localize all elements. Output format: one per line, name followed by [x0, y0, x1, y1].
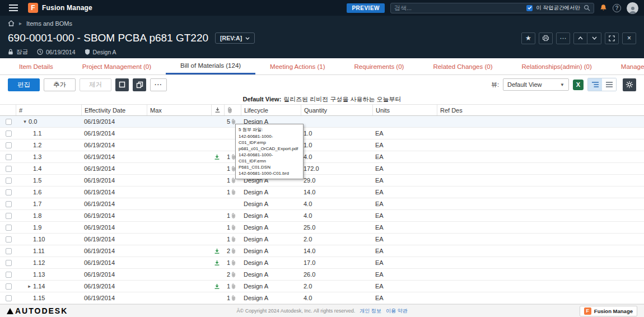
tab-managed-items-0-[interactable]: Managed Items (0)	[606, 58, 644, 74]
view-select[interactable]: Default View ▼	[503, 78, 569, 91]
next-item-button[interactable]	[587, 32, 601, 44]
table-row[interactable]: 1.106/19/2014Design A1.0EA	[0, 128, 644, 139]
tab-item-details[interactable]: Item Details	[4, 58, 68, 74]
row-checkbox[interactable]	[6, 119, 12, 125]
remove-button[interactable]: 제거	[80, 78, 111, 91]
tab-label: Managed Items (0)	[621, 63, 644, 70]
export-excel-button[interactable]: X	[573, 80, 584, 90]
download-icon	[214, 107, 221, 113]
cell-download[interactable]	[211, 248, 224, 254]
add-button[interactable]: 추가	[44, 78, 76, 91]
table-row[interactable]: 1.1306/19/20142Design A26.0EA	[0, 269, 644, 281]
column-header-max[interactable]: Max	[147, 105, 211, 115]
column-header-lifecycle[interactable]: Lifecycle	[241, 105, 301, 115]
breadcrumb-item-workspace[interactable]: Items and BOMs	[26, 20, 72, 27]
table-row[interactable]: 1.406/19/20141Design A172.0EA	[0, 163, 644, 175]
row-checkbox[interactable]	[6, 189, 12, 195]
row-checkbox[interactable]	[6, 178, 12, 184]
bookmark-button[interactable]: ★	[521, 32, 535, 44]
table-row[interactable]: 1.206/19/2014Design A1.0EA	[0, 139, 644, 151]
row-checkbox[interactable]	[6, 248, 12, 254]
more-actions-button[interactable]: ···	[556, 32, 570, 44]
expand-row-icon[interactable]: ▸	[26, 283, 33, 289]
menu-icon[interactable]	[9, 4, 18, 11]
cell-attachments[interactable]: 1	[224, 212, 241, 219]
previous-item-button[interactable]	[573, 32, 587, 44]
cell-attachments[interactable]: 2	[224, 248, 241, 254]
collapse-row-icon[interactable]: ▾	[21, 119, 29, 124]
cell-attachments[interactable]: 1	[224, 236, 241, 243]
search-icon[interactable]	[584, 4, 590, 11]
open-item-button[interactable]	[115, 78, 129, 91]
flat-view-toggle[interactable]	[602, 78, 616, 91]
revision-dropdown[interactable]: [REV:A]	[215, 32, 255, 44]
user-avatar[interactable]	[627, 2, 638, 14]
cell-attachments[interactable]: 1	[224, 259, 241, 266]
duplicate-button[interactable]	[133, 78, 146, 91]
table-row[interactable]: 1.1106/19/20142Design A14.0EA	[0, 245, 644, 257]
search-input[interactable]	[394, 4, 523, 11]
notifications-bell-icon[interactable]	[600, 4, 607, 12]
table-row[interactable]: 1.1506/19/20141Design A4.0EA	[0, 292, 644, 304]
cell-download[interactable]	[211, 260, 224, 266]
workspace-only-checkbox[interactable]	[526, 5, 533, 11]
terms-link[interactable]: 이용 약관	[386, 307, 408, 315]
tab-relationships-admin-0-[interactable]: Relationships(admin) (0)	[507, 58, 606, 74]
close-button[interactable]: ×	[622, 32, 636, 44]
row-checkbox[interactable]	[6, 166, 12, 172]
row-checkbox[interactable]	[6, 225, 12, 231]
table-row[interactable]: 1.506/19/20141Design A29.0EA	[0, 175, 644, 187]
row-checkbox[interactable]	[6, 236, 12, 243]
settings-button[interactable]	[623, 78, 636, 91]
cell-lifecycle: Design A	[241, 259, 301, 266]
column-header-refdes[interactable]: Ref Des	[437, 105, 644, 115]
tab-requirements-0-[interactable]: Requirements (0)	[340, 58, 419, 74]
column-header-attachments[interactable]	[224, 105, 241, 115]
row-checkbox[interactable]	[6, 154, 12, 160]
app-brand[interactable]: F Fusion Manage	[28, 3, 92, 13]
help-icon[interactable]: ?	[613, 4, 621, 12]
table-row[interactable]: 1.806/19/20141Design A4.0EA	[0, 210, 644, 222]
fusion-logo-icon: F	[28, 3, 38, 13]
row-checkbox[interactable]	[6, 130, 12, 137]
cell-attachments[interactable]: 1	[224, 295, 241, 301]
tab-meeting-actions-1-[interactable]: Meeting Actions (1)	[255, 58, 339, 74]
toolbar-more-button[interactable]: ···	[150, 78, 167, 91]
table-row[interactable]: ▸1.1406/19/20141Design A2.0EA	[0, 281, 644, 292]
tab-project-management-0-[interactable]: Project Management (0)	[68, 58, 166, 74]
table-row[interactable]: 1.606/19/20141Design A14.0EA	[0, 187, 644, 198]
column-header-units[interactable]: Units	[372, 105, 437, 115]
row-checkbox[interactable]	[6, 260, 12, 266]
tab-related-changes-0-[interactable]: Related Changes (0)	[418, 58, 507, 74]
cell-attachments[interactable]: 1	[224, 224, 241, 231]
cell-download[interactable]	[211, 283, 224, 290]
home-icon[interactable]	[8, 20, 15, 26]
table-row[interactable]: 1.1206/19/20141Design A17.0EA	[0, 257, 644, 269]
cell-download[interactable]	[211, 154, 224, 160]
privacy-link[interactable]: 개인 정보	[360, 307, 381, 315]
row-checkbox[interactable]	[6, 142, 12, 148]
table-row[interactable]: 1.906/19/20141Design A25.0EA	[0, 222, 644, 234]
table-row[interactable]: 1.706/19/2014Design A4.0EA	[0, 198, 644, 210]
hierarchy-view-toggle[interactable]	[588, 78, 602, 91]
cell-attachments[interactable]: 1	[224, 283, 241, 290]
edit-button[interactable]: 편집	[8, 78, 40, 91]
table-row[interactable]: 1.306/19/20141Design A4.0EA	[0, 151, 644, 163]
row-checkbox[interactable]	[6, 283, 12, 290]
tab-bill-of-materials-124-[interactable]: Bill of Materials (124)	[166, 58, 255, 74]
table-row[interactable]: 1.1006/19/20141Design A2.0EA	[0, 234, 644, 245]
column-header-num[interactable]: #	[16, 105, 81, 115]
print-button[interactable]	[539, 32, 553, 44]
row-checkbox[interactable]	[6, 272, 12, 278]
column-header-effectivity-date[interactable]: Effectivity Date	[81, 105, 147, 115]
workspace-only-label: 이 작업공간에서만	[536, 4, 580, 12]
cell-attachments[interactable]: 1	[224, 189, 241, 195]
table-row[interactable]: ▾0.006/19/20145Design A	[0, 116, 644, 128]
row-checkbox[interactable]	[6, 201, 12, 207]
row-checkbox[interactable]	[6, 213, 12, 219]
cell-attachments[interactable]: 2	[224, 271, 241, 278]
row-checkbox[interactable]	[6, 295, 12, 301]
column-header-download[interactable]	[211, 105, 224, 115]
column-header-quantity[interactable]: Quantity	[301, 105, 372, 115]
expand-button[interactable]	[605, 32, 619, 44]
